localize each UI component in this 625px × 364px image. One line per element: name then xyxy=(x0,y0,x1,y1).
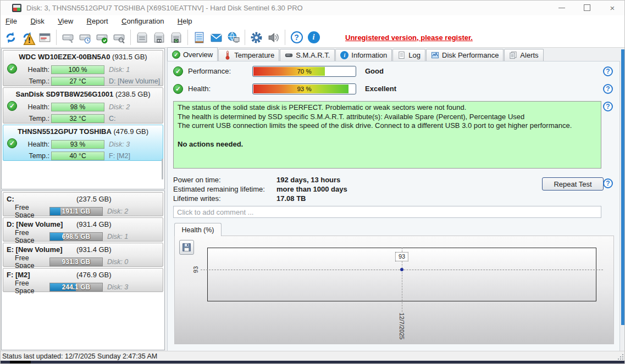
help-button[interactable]: ? xyxy=(288,29,305,46)
maximize-icon xyxy=(584,4,590,11)
free-space-label: Free Space xyxy=(15,229,49,244)
disk-card-toshiba-selected[interactable]: THNSN5512GPU7 TOSHIBA (476.9 GB) ✓ Healt… xyxy=(3,125,163,161)
tab-bar: ✓Overview Temperature S.M.A.R.T. iInform… xyxy=(167,48,544,61)
menu-file[interactable]: File xyxy=(0,15,23,27)
lifetime-stats: Power on time:192 days, 13 hours Estimat… xyxy=(173,176,347,204)
partition-card-e[interactable]: E: [New Volume](931.4 GB) Free Space 931… xyxy=(3,243,163,267)
info-icon: i xyxy=(340,51,349,59)
status-ok-icon: ✓ xyxy=(173,66,183,76)
tab-smart[interactable]: S.M.A.R.T. xyxy=(280,49,335,61)
tab-overview[interactable]: ✓Overview xyxy=(167,47,218,61)
notes-button[interactable] xyxy=(191,29,208,46)
report-window-icon xyxy=(38,31,51,44)
stat-label: Power on time: xyxy=(173,176,276,184)
performance-label: Performance: xyxy=(188,67,231,75)
hdd-button[interactable] xyxy=(134,29,151,46)
disk-size: (931.5 GB) xyxy=(112,53,147,61)
comment-input[interactable] xyxy=(173,206,601,218)
disk-model: THNSN5512GPU7 TOSHIBA xyxy=(18,127,112,136)
disk-number: Disk: 3 xyxy=(109,141,130,148)
partition-card-c[interactable]: C:(237.5 GB) Free Space 191.1 GB Disk: 2 xyxy=(3,192,163,216)
chart-data-point xyxy=(400,268,403,271)
hdd-power-button[interactable] xyxy=(168,29,185,46)
sounds-button[interactable] xyxy=(265,29,282,46)
partition-name: D: [New Volume] xyxy=(7,220,63,228)
chart-tab-health[interactable]: Health (%) xyxy=(174,223,222,236)
refresh-button[interactable] xyxy=(2,29,19,46)
close-button[interactable]: × xyxy=(600,0,625,15)
disk-status-textbox: The status of the solid state disk is PE… xyxy=(173,101,601,169)
help-icon[interactable]: ? xyxy=(603,84,613,94)
partition-size: (237.5 GB) xyxy=(76,195,112,203)
about-button[interactable]: i xyxy=(305,29,322,46)
overview-content: ✓ Performance: 70 % Good ? ✓ Health: 93 … xyxy=(167,61,620,351)
temp-label: Temp.: xyxy=(20,152,49,160)
tab-log[interactable]: Log xyxy=(392,49,425,61)
disk-restore-button[interactable] xyxy=(59,29,76,46)
title-bar: Disk: 3, THNSN5512GPU7 TOSHIBA [X69S10EA… xyxy=(0,0,625,15)
partition-card-d[interactable]: D: [New Volume](931.4 GB) Free Space 698… xyxy=(3,217,163,242)
free-space-label: Free Space xyxy=(15,254,49,270)
partition-card-f[interactable]: F: [M2](476.9 GB) Free Space 244.1 GB Di… xyxy=(3,268,163,292)
tab-temperature[interactable]: Temperature xyxy=(218,49,279,61)
disk-volume: C: xyxy=(109,115,116,122)
email-button[interactable] xyxy=(208,29,225,46)
temp-bar: 40 °C xyxy=(51,152,104,160)
toolbar-separator xyxy=(187,30,188,45)
network-button[interactable] xyxy=(225,29,242,46)
disk-number: Disk: 1 xyxy=(107,233,128,240)
disk-search-button[interactable] xyxy=(110,29,128,46)
health-label: Health: xyxy=(20,103,49,111)
stat-value: 192 days, 13 hours xyxy=(276,176,340,184)
health-label: Health: xyxy=(188,85,211,93)
temp-bar: 32 °C xyxy=(51,114,104,123)
help-icon[interactable]: ? xyxy=(603,102,613,111)
repeat-test-button[interactable]: Repeat Test xyxy=(542,177,604,191)
hdd-power-icon xyxy=(170,31,182,44)
disk-volume: F: [M2] xyxy=(109,152,130,160)
partition-size: (931.4 GB) xyxy=(76,220,112,228)
network-icon xyxy=(227,31,240,44)
email-icon xyxy=(210,31,223,44)
disk-list-scrollbar[interactable] xyxy=(162,159,163,180)
menu-help[interactable]: Help xyxy=(172,15,198,27)
disk-search-icon xyxy=(113,31,125,44)
thermometer-icon xyxy=(223,51,231,59)
disk-schedule-icon xyxy=(79,31,91,44)
tab-alerts[interactable]: Alerts xyxy=(504,49,543,61)
chart-x-tick: 12/7/2025 xyxy=(399,313,405,340)
refresh-error-button[interactable] xyxy=(19,29,36,46)
menu-disk[interactable]: Disk xyxy=(25,15,49,27)
help-icon[interactable]: ? xyxy=(603,178,613,188)
maximize-button[interactable] xyxy=(574,0,600,15)
tab-information[interactable]: iInformation xyxy=(335,49,392,61)
minimize-icon xyxy=(558,8,565,8)
alerts-pages-icon xyxy=(509,51,517,59)
health-label: Health: xyxy=(20,66,49,74)
disk-card-sandisk[interactable]: SanDisk SD9TB8W256G1001 (238.5 GB) ✓ Hea… xyxy=(3,87,163,124)
menu-report[interactable]: Report xyxy=(81,15,114,27)
gear-icon xyxy=(250,31,263,44)
partition-name: F: [M2] xyxy=(7,271,30,279)
register-link[interactable]: Unregistered version, please register. xyxy=(345,33,473,42)
toolbar: ? i Unregistered version, please registe… xyxy=(0,27,625,48)
tab-disk-performance[interactable]: Disk Performance xyxy=(426,49,504,61)
menu-configuration[interactable]: Configuration xyxy=(116,15,169,27)
health-meter: 93 % xyxy=(252,83,356,94)
status-bar-text: Status last updated: 12/7/2025 Sunday 2:… xyxy=(2,352,157,360)
disk-ok-button[interactable] xyxy=(93,29,110,46)
disk-schedule-button[interactable] xyxy=(76,29,93,46)
menu-view[interactable]: View xyxy=(52,15,79,27)
temp-label: Temp.: xyxy=(20,115,49,122)
minimize-button[interactable] xyxy=(549,0,574,15)
stat-value: 17.08 TB xyxy=(276,194,306,203)
disk-card-wdc[interactable]: WDC WD10EZEX-00BN5A0 (931.5 GB) ✓ Health… xyxy=(3,50,163,86)
help-icon[interactable]: ? xyxy=(603,66,613,76)
resize-grip[interactable] xyxy=(617,353,623,360)
settings-button[interactable] xyxy=(248,29,265,46)
hdd-connect-button[interactable] xyxy=(151,29,168,46)
hdd-connect-icon xyxy=(153,31,165,44)
save-chart-button[interactable] xyxy=(179,240,194,255)
report-button[interactable] xyxy=(36,29,53,46)
chart-point-label: 93 xyxy=(395,252,408,261)
